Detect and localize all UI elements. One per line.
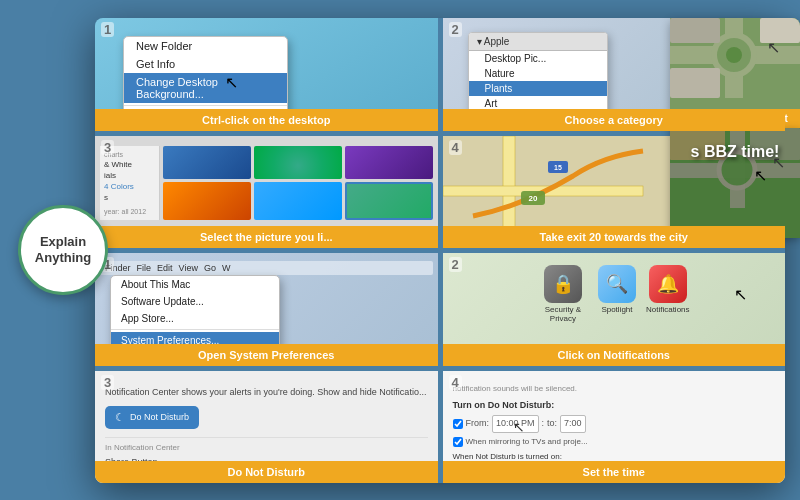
menu-file[interactable]: File: [137, 263, 152, 273]
panel-1-caption: Ctrl-click on the desktop: [95, 109, 438, 131]
thumb-orange[interactable]: [163, 182, 251, 220]
svg-text:15: 15: [554, 164, 562, 171]
menu-edit[interactable]: Edit: [157, 263, 173, 273]
explain-text-line2: Anything: [35, 250, 91, 266]
dnd-description: Notification Center shows your alerts in…: [105, 386, 428, 399]
panel-7-number: 3: [101, 375, 114, 390]
roundabout-cursor-icon: ↖: [767, 38, 780, 57]
menu-view[interactable]: View: [179, 263, 198, 273]
menu-w[interactable]: W: [222, 263, 231, 273]
to-time-input[interactable]: 7:00: [560, 415, 586, 433]
cat-plants[interactable]: Plants: [469, 81, 607, 96]
panel-ctrl-click: 1 New Folder Get Info Change Desktop Bac…: [95, 18, 438, 131]
svg-rect-14: [670, 68, 720, 98]
pref-security[interactable]: 🔒 Security & Privacy: [538, 265, 588, 323]
panel-select-picture: 3 charts & White ials 4 Colors s year: a…: [95, 136, 438, 249]
panel-5-caption: Open System Preferences: [95, 344, 438, 366]
panel-notifications: 2 🔒 Security & Privacy 🔍 Spotlight 🔔 Not…: [443, 253, 786, 366]
panel-bbz: s BBZ time! ↖: [670, 128, 800, 238]
from-time-input[interactable]: 10:00 PM: [492, 415, 539, 433]
mirror-label: When mirroring to TVs and proje...: [466, 436, 588, 448]
thumb-water[interactable]: [254, 182, 342, 220]
panel-8-number: 4: [449, 375, 462, 390]
roundabout-svg: [670, 18, 800, 98]
to-label: to:: [547, 417, 557, 431]
thumb-green[interactable]: [345, 182, 433, 220]
category-header: ▾ Apple: [469, 33, 607, 51]
panel-4-caption: Take exit 20 towards the city: [443, 226, 786, 248]
menu-item-get-info[interactable]: Get Info: [124, 55, 287, 73]
dnd-label: Turn on Do Not Disturb:: [453, 399, 776, 413]
main-container: Explain Anything 1 New Folder Get Info C…: [0, 0, 800, 500]
cat-nature[interactable]: Nature: [469, 66, 607, 81]
panel-4-number: 4: [449, 140, 462, 155]
sys-menu-appstore[interactable]: App Store...: [111, 310, 279, 327]
cat-desktop-pic[interactable]: Desktop Pic...: [469, 51, 607, 66]
panel-3-number: 3: [101, 140, 114, 155]
svg-text:20: 20: [528, 194, 537, 203]
bbz-cursor-icon: ↖: [772, 153, 785, 172]
panel-2-caption: Choose a category: [443, 109, 786, 131]
svg-rect-12: [670, 18, 720, 43]
explain-text-line1: Explain: [40, 234, 86, 250]
thumb-blue[interactable]: [163, 146, 251, 180]
svg-point-11: [726, 47, 742, 63]
menu-item-new-folder[interactable]: New Folder: [124, 37, 287, 55]
panel-1-number: 1: [101, 22, 114, 37]
panel-set-time: 4 notification sounds will be silenced. …: [443, 371, 786, 484]
panel-6-caption: Click on Notifications: [443, 344, 786, 366]
panel-8-caption: Set the time: [443, 461, 786, 483]
thumb-earth[interactable]: [254, 146, 342, 180]
panel-system-prefs: 1 Finder File Edit View Go W About This …: [95, 253, 438, 366]
panel-2-number: 2: [449, 22, 462, 37]
notification-center-label: In Notification Center: [105, 437, 428, 453]
sys-menu-about[interactable]: About This Mac: [111, 276, 279, 293]
panel-do-not-disturb: 3 Notification Center shows your alerts …: [95, 371, 438, 484]
menu-go[interactable]: Go: [204, 263, 216, 273]
set-time-title: notification sounds will be silenced.: [453, 383, 776, 395]
thumb-purple[interactable]: [345, 146, 433, 180]
explain-anything-circle: Explain Anything: [18, 205, 108, 295]
menu-item-change-bg[interactable]: Change Desktop Background...: [124, 73, 287, 103]
panel-7-caption: Do Not Disturb: [95, 461, 438, 483]
from-label: From:: [466, 417, 490, 431]
svg-rect-13: [760, 18, 800, 43]
dnd-button[interactable]: ☾ Do Not Disturb: [105, 406, 199, 429]
pref-spotlight[interactable]: 🔍 Spotlight: [598, 265, 636, 314]
panel-3-caption: Select the picture you li...: [95, 226, 438, 248]
sys-menu-update[interactable]: Software Update...: [111, 293, 279, 310]
panel-6-number: 2: [449, 257, 462, 272]
from-checkbox[interactable]: [453, 419, 463, 429]
pref-notifications[interactable]: 🔔 Notifications: [646, 265, 690, 314]
mirror-checkbox[interactable]: [453, 437, 463, 447]
